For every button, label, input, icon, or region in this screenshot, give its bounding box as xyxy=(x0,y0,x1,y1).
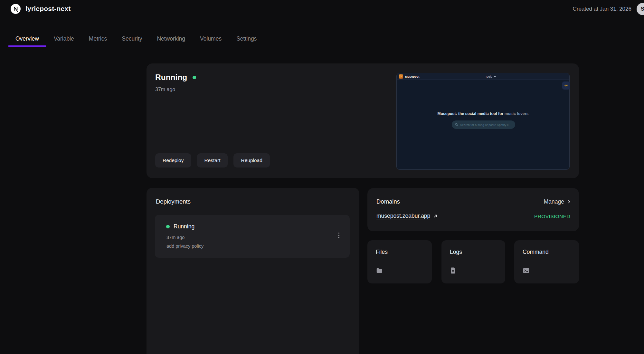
deployment-list-item[interactable]: Running 37m ago add privacy policy xyxy=(155,215,350,258)
tab-networking[interactable]: Networking xyxy=(149,31,193,47)
preview-brand-name: Musepost xyxy=(405,75,419,78)
domains-title: Domains xyxy=(376,198,400,205)
tab-variable[interactable]: Variable xyxy=(46,31,81,47)
site-preview-thumbnail[interactable]: ♪ Musepost Tools Musepost: the social me… xyxy=(396,73,570,170)
tab-settings[interactable]: Settings xyxy=(229,31,264,47)
status-card: Running 37m ago Redeploy Restart Reuploa… xyxy=(147,63,579,178)
logs-card[interactable]: Logs xyxy=(441,240,505,283)
command-card[interactable]: Command xyxy=(514,240,579,283)
status-dot-icon xyxy=(193,76,196,79)
service-status-heading: Running xyxy=(155,73,196,82)
deployment-commit-message: add privacy policy xyxy=(166,244,204,249)
command-title: Command xyxy=(523,249,549,255)
created-at-label: Created at Jan 31, 2026 xyxy=(573,6,631,12)
deployment-time: 37m ago xyxy=(166,235,185,240)
search-icon xyxy=(455,123,458,126)
files-title: Files xyxy=(376,249,388,255)
status-actions: Redeploy Restart Reupload xyxy=(155,153,270,167)
files-card[interactable]: Files xyxy=(367,240,432,283)
theme-toggle-button xyxy=(562,81,570,90)
domain-link[interactable]: musepost.zeabur.app xyxy=(376,213,430,219)
reupload-button[interactable]: Reupload xyxy=(233,153,270,167)
tab-security[interactable]: Security xyxy=(114,31,149,47)
domain-link-row[interactable]: musepost.zeabur.app xyxy=(376,213,438,219)
tab-volumes[interactable]: Volumes xyxy=(193,31,229,47)
status-dot-icon xyxy=(166,225,170,228)
domains-card: Domains Manage musepost.zeabur.app PROVI… xyxy=(367,188,579,231)
terminal-icon xyxy=(523,267,530,275)
status-time: 37m ago xyxy=(155,87,175,92)
domain-status-badge: PROVISIONED xyxy=(534,214,570,219)
preview-headline-accent: music lovers xyxy=(505,111,529,116)
deployments-card: Deployments Running 37m ago add privacy … xyxy=(147,188,359,354)
deployments-title: Deployments xyxy=(156,198,191,205)
manage-domains-button[interactable]: Manage xyxy=(544,198,571,205)
preview-search-placeholder: Search for a song or paste Spotify link.… xyxy=(460,123,512,127)
tab-metrics[interactable]: Metrics xyxy=(81,31,114,47)
preview-headline: Musepost: the social media tool for musi… xyxy=(397,111,569,116)
deployment-status: Running xyxy=(166,223,194,230)
folder-icon xyxy=(376,267,383,275)
tabbar-divider xyxy=(0,47,644,47)
preview-tools-menu: Tools xyxy=(485,73,496,80)
preview-navbar: ♪ Musepost Tools xyxy=(397,73,569,80)
service-overview-page: { "header": { "app_title": "lyricpost-ne… xyxy=(0,0,644,354)
sun-icon xyxy=(564,84,568,88)
page-title: lyricpost-next xyxy=(25,5,71,13)
avatar-initial: S xyxy=(641,6,644,12)
logs-title: Logs xyxy=(450,249,462,255)
deployment-status-text: Running xyxy=(174,223,194,230)
file-text-icon xyxy=(450,267,456,275)
chevron-right-icon xyxy=(566,199,571,204)
user-avatar-button[interactable]: S xyxy=(637,3,644,15)
restart-button[interactable]: Restart xyxy=(197,153,228,167)
kebab-menu-icon[interactable] xyxy=(337,230,341,241)
tab-bar: Overview Variable Metrics Security Netwo… xyxy=(8,31,264,47)
external-link-icon xyxy=(433,214,438,218)
preview-search-bar: Search for a song or paste Spotify link.… xyxy=(452,120,515,129)
redeploy-button[interactable]: Redeploy xyxy=(155,153,191,167)
nextjs-logo-icon xyxy=(11,4,21,14)
tab-overview[interactable]: Overview xyxy=(8,31,46,47)
status-text: Running xyxy=(155,73,187,82)
chevron-down-icon xyxy=(494,76,496,78)
music-note-icon: ♪ xyxy=(399,74,403,79)
